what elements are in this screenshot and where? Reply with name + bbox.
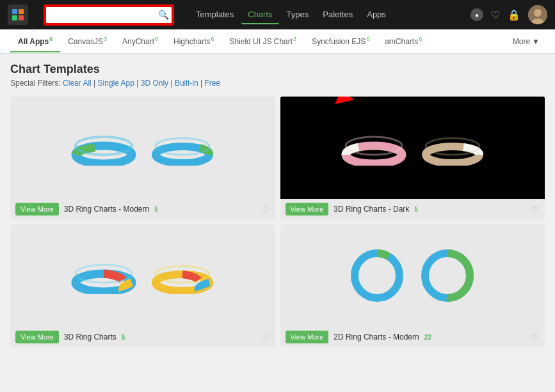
nav-link-palettes[interactable]: Palettes [316, 6, 359, 24]
card-heart-dark[interactable]: ♡ [531, 204, 540, 214]
card-label-dark: 3D Ring Charts - Dark [334, 205, 409, 214]
ring-chart-dark-2 [421, 130, 485, 166]
card-count-3d: 5 [122, 334, 125, 341]
subnav-amcharts[interactable]: amCharts6 [377, 31, 430, 52]
page-content: Chart Templates Special Filters: Clear A… [0, 54, 555, 356]
card-label-2d: 2D Ring Charts - Modern [334, 333, 419, 341]
card-heart-3d[interactable]: ♡ [262, 332, 270, 342]
card-heart-2d[interactable]: ♡ [531, 332, 540, 342]
ring-chart-dark-1 [341, 130, 408, 166]
view-more-modern[interactable]: View More [15, 203, 59, 216]
subnav-highcharts[interactable]: Highcharts6 [166, 31, 221, 52]
nav-link-types[interactable]: Types [280, 6, 316, 24]
ring-chart-2d-2 [419, 247, 476, 304]
search-input[interactable]: ring charts [45, 6, 173, 24]
filter-clear-all[interactable]: Clear All [63, 79, 92, 88]
template-card-modern: View More 3D Ring Charts - Modern 5 ♡ [10, 97, 275, 219]
card-label-modern: 3D Ring Charts - Modern [64, 205, 149, 214]
filter-single-app[interactable]: Single App [98, 79, 134, 88]
ring-chart-3d-1 [70, 257, 138, 294]
subnav-more[interactable]: More ▼ [508, 32, 545, 51]
card-count-modern: 5 [154, 206, 158, 213]
template-card-3d: View More 3D Ring Charts 5 ♡ [10, 224, 275, 347]
logo-area [8, 4, 33, 25]
nav-link-templates[interactable]: Templates [189, 6, 240, 24]
card-count-dark: 5 [414, 206, 418, 213]
user-avatar[interactable] [528, 5, 547, 24]
svg-point-21 [355, 253, 399, 298]
template-card-2d: View More 2D Ring Charts - Modern 22 ♡ [280, 224, 545, 347]
page-title: Chart Templates [10, 63, 545, 76]
filter-free[interactable]: Free [204, 79, 220, 88]
view-more-dark[interactable]: View More [286, 203, 329, 216]
top-nav-links: Templates Charts Types Palettes Apps [189, 6, 392, 24]
search-button[interactable]: 🔍 [158, 10, 169, 20]
card-images-dark [280, 97, 545, 199]
favorites-icon[interactable]: ♡ [491, 9, 500, 21]
subnav-all-apps[interactable]: All Apps6 [10, 31, 60, 52]
ring-chart-modern-1 [70, 130, 138, 166]
special-filters: Special Filters: Clear All | Single App … [10, 79, 545, 88]
notification-icon[interactable]: ● [471, 8, 483, 21]
filter-3d-only[interactable]: 3D Only [141, 79, 168, 88]
templates-grid: View More 3D Ring Charts - Modern 5 ♡ [10, 97, 545, 347]
subnav-anychart[interactable]: AnyChart6 [115, 31, 166, 52]
svg-rect-2 [12, 15, 17, 20]
view-more-2d[interactable]: View More [286, 331, 329, 343]
card-footer-3d: View More 3D Ring Charts 5 ♡ [10, 327, 275, 347]
card-label-3d: 3D Ring Charts [64, 333, 117, 341]
top-navigation: ring charts 🔍 Templates Charts Types Pal… [0, 0, 555, 29]
subnav-syncfusion[interactable]: Syncfusion EJS6 [304, 31, 377, 52]
nav-link-apps[interactable]: Apps [360, 6, 392, 24]
card-images-2d [280, 224, 545, 327]
card-footer-modern: View More 3D Ring Charts - Modern 5 ♡ [10, 199, 275, 219]
svg-rect-3 [19, 15, 24, 20]
filter-built-in[interactable]: Built-in [175, 79, 198, 88]
card-footer-2d: View More 2D Ring Charts - Modern 22 ♡ [280, 327, 545, 347]
lock-icon[interactable]: 🔒 [508, 9, 520, 21]
logo-icon[interactable] [8, 4, 28, 25]
top-nav-right: ● ♡ 🔒 [471, 5, 547, 24]
svg-rect-1 [19, 9, 24, 14]
card-images-3d [10, 224, 275, 327]
card-heart-modern[interactable]: ♡ [262, 204, 270, 214]
nav-link-charts[interactable]: Charts [241, 6, 278, 24]
card-footer-dark: View More 3D Ring Charts - Dark 5 ♡ [280, 199, 545, 219]
card-images-modern [10, 97, 275, 199]
view-more-3d[interactable]: View More [15, 331, 59, 343]
template-card-dark: View More 3D Ring Charts - Dark 5 ♡ [280, 97, 545, 219]
ring-chart-2d-1 [348, 247, 406, 304]
chevron-down-icon: ▼ [532, 37, 540, 46]
svg-point-5 [534, 9, 542, 17]
ring-chart-3d-2 [150, 257, 214, 294]
svg-rect-0 [12, 9, 17, 14]
search-wrapper: ring charts 🔍 [44, 4, 174, 26]
subnav-canvasjs[interactable]: CanvasJS3 [60, 31, 115, 52]
card-count-2d: 22 [424, 334, 431, 341]
ring-chart-modern-2 [150, 130, 214, 166]
sub-navigation: All Apps6 CanvasJS3 AnyChart6 Highcharts… [0, 29, 555, 54]
subnav-shieldui[interactable]: Shield UI JS Chart3 [221, 31, 304, 52]
